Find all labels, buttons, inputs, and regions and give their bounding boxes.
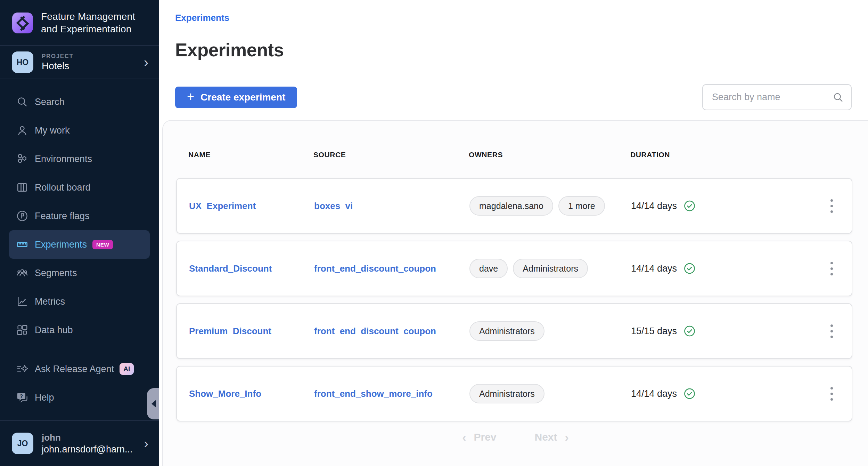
ai-badge: AI bbox=[120, 363, 134, 375]
experiments-panel: NAME SOURCE OWNERS DURATION UX_Experimen… bbox=[162, 120, 868, 466]
toolbar: Create experiment bbox=[175, 84, 852, 110]
duration-cell: 15/15 days bbox=[631, 325, 696, 338]
chevron-left-icon bbox=[462, 431, 466, 443]
sidebar-item-my-work[interactable]: My work bbox=[0, 116, 159, 145]
owners-cell: Administrators bbox=[469, 384, 544, 403]
split-logo-icon bbox=[12, 12, 33, 34]
user-name: john bbox=[42, 432, 133, 443]
project-name: Hotels bbox=[42, 61, 74, 72]
sidebar-nav: Search My work Environments bbox=[0, 79, 159, 412]
pagination: Prev Next bbox=[163, 431, 868, 443]
project-label: PROJECT bbox=[42, 53, 74, 60]
sidebar-item-rollout-board[interactable]: Rollout board bbox=[0, 173, 159, 202]
project-avatar: HO bbox=[12, 51, 33, 73]
column-header-duration: DURATION bbox=[630, 151, 670, 159]
user-icon bbox=[16, 124, 29, 137]
row-actions-menu[interactable] bbox=[824, 256, 839, 281]
experiment-source-link[interactable]: front_end_show_more_info bbox=[314, 388, 433, 399]
owner-chip[interactable]: Administrators bbox=[513, 259, 588, 278]
search-input[interactable] bbox=[702, 84, 852, 110]
create-experiment-label: Create experiment bbox=[200, 92, 285, 103]
duration-text: 14/14 days bbox=[631, 263, 677, 274]
owners-cell: Administrators bbox=[469, 321, 544, 341]
sidebar-item-help[interactable]: ? Help bbox=[0, 383, 159, 412]
project-meta: PROJECT Hotels bbox=[42, 53, 74, 72]
sidebar-item-label: Segments bbox=[35, 268, 77, 279]
row-actions-menu[interactable] bbox=[824, 381, 839, 406]
experiment-source-link[interactable]: boxes_vi bbox=[314, 201, 353, 211]
sidebar-item-search[interactable]: Search bbox=[0, 88, 159, 116]
sidebar-item-experiments[interactable]: Experiments NEW bbox=[9, 230, 150, 259]
row-actions-menu[interactable] bbox=[824, 319, 839, 343]
environments-icon bbox=[16, 152, 29, 166]
experiment-source-link[interactable]: front_end_discount_coupon bbox=[314, 326, 436, 337]
experiment-source-link[interactable]: front_end_discount_coupon bbox=[314, 263, 436, 274]
column-header-name: NAME bbox=[188, 151, 211, 159]
duration-text: 14/14 days bbox=[631, 201, 677, 211]
table-row: Standard_Discount front_end_discount_cou… bbox=[176, 241, 852, 296]
user-account[interactable]: JO john john.arnsdorf@harn... bbox=[0, 421, 159, 466]
experiment-name-link[interactable]: UX_Experiment bbox=[189, 201, 256, 211]
plus-icon bbox=[187, 90, 194, 103]
svg-text:?: ? bbox=[20, 393, 23, 399]
experiment-name-link[interactable]: Standard_Discount bbox=[189, 263, 272, 274]
column-header-source: SOURCE bbox=[313, 151, 346, 159]
prev-page-button[interactable]: Prev bbox=[462, 431, 496, 443]
help-chat-icon: ? bbox=[16, 391, 29, 404]
table-row: Premium_Discount front_end_discount_coup… bbox=[176, 303, 852, 359]
triangle-left-icon bbox=[148, 400, 156, 408]
duration-cell: 14/14 days bbox=[631, 200, 696, 212]
table-header-row: NAME SOURCE OWNERS DURATION bbox=[163, 151, 868, 161]
sidebar-item-label: Data hub bbox=[35, 325, 73, 336]
duration-text: 15/15 days bbox=[631, 326, 677, 337]
sidebar-item-metrics[interactable]: Metrics bbox=[0, 287, 159, 316]
segments-icon bbox=[16, 266, 29, 280]
prev-label: Prev bbox=[474, 431, 496, 443]
sidebar-item-label: Experiments bbox=[35, 239, 87, 250]
owner-overflow-chip[interactable]: 1 more bbox=[558, 196, 605, 216]
owner-chip[interactable]: dave bbox=[469, 259, 508, 278]
data-hub-icon bbox=[16, 323, 29, 337]
owner-chip[interactable]: Administrators bbox=[469, 384, 544, 403]
page-title: Experiments bbox=[175, 39, 852, 61]
owners-cell: dave Administrators bbox=[469, 259, 588, 278]
check-circle-icon bbox=[683, 200, 696, 212]
owner-chip[interactable]: Administrators bbox=[469, 321, 544, 341]
feature-flags-icon bbox=[16, 209, 29, 223]
breadcrumb[interactable]: Experiments bbox=[175, 13, 229, 23]
sidebar-item-segments[interactable]: Segments bbox=[0, 259, 159, 287]
sidebar-collapse-handle[interactable] bbox=[147, 388, 159, 419]
duration-cell: 14/14 days bbox=[631, 387, 696, 400]
owner-chip[interactable]: magdalena.sano bbox=[469, 196, 553, 216]
duration-text: 14/14 days bbox=[631, 388, 677, 399]
app-brand: Feature Management and Experimentation bbox=[0, 0, 159, 45]
chevron-right-icon bbox=[144, 436, 148, 450]
chevron-right-icon bbox=[144, 55, 148, 69]
table-row: UX_Experiment boxes_vi magdalena.sano 1 … bbox=[176, 178, 852, 234]
sidebar: Feature Management and Experimentation H… bbox=[0, 0, 159, 466]
main-content: Experiments Experiments Create experimen… bbox=[159, 0, 868, 466]
experiment-name-link[interactable]: Show_More_Info bbox=[189, 388, 261, 399]
check-circle-icon bbox=[683, 262, 696, 275]
project-selector[interactable]: HO PROJECT Hotels bbox=[0, 46, 159, 79]
experiment-name-link[interactable]: Premium_Discount bbox=[189, 326, 271, 337]
row-actions-menu[interactable] bbox=[824, 194, 839, 218]
next-page-button[interactable]: Next bbox=[535, 431, 569, 443]
create-experiment-button[interactable]: Create experiment bbox=[175, 87, 297, 108]
sidebar-item-ask-release-agent[interactable]: Ask Release Agent AI bbox=[0, 355, 159, 383]
sidebar-item-label: Search bbox=[35, 97, 65, 107]
sidebar-item-feature-flags[interactable]: Feature flags bbox=[0, 202, 159, 230]
sidebar-item-environments[interactable]: Environments bbox=[0, 145, 159, 173]
spacer bbox=[0, 344, 159, 355]
check-circle-icon bbox=[683, 387, 696, 400]
owners-cell: magdalena.sano 1 more bbox=[469, 196, 605, 216]
sparkle-icon bbox=[16, 362, 29, 376]
app-title: Feature Management and Experimentation bbox=[41, 10, 135, 35]
sidebar-item-data-hub[interactable]: Data hub bbox=[0, 316, 159, 344]
search-icon bbox=[16, 95, 29, 109]
metrics-icon bbox=[16, 295, 29, 308]
sidebar-item-label: Rollout board bbox=[35, 182, 91, 193]
duration-cell: 14/14 days bbox=[631, 262, 696, 275]
table-row: Show_More_Info front_end_show_more_info … bbox=[176, 366, 852, 421]
rollout-board-icon bbox=[16, 181, 29, 194]
